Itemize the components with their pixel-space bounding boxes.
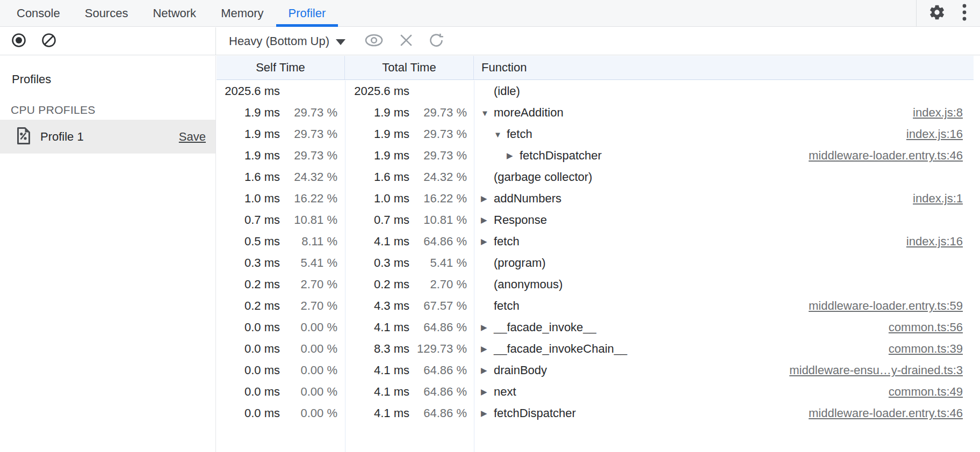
self-time-value: 2025.6 ms [217,84,280,98]
table-row[interactable]: 0.0 ms0.00 %4.1 ms64.86 %▶__facade_invok… [217,317,974,338]
sidebar-item-profile-1[interactable]: Profile 1 Save [0,120,215,154]
self-time-cell: 0.2 ms2.70 % [217,278,345,291]
kebab-menu-icon [962,3,967,23]
total-time-value: 1.9 ms [345,127,409,141]
function-cell: ▼fetchindex.js:16 [474,123,974,145]
total-time-percent: 29.73 % [409,127,474,141]
source-link[interactable]: index.js:16 [906,127,963,141]
disclosure-collapsed-icon[interactable]: ▶ [481,387,494,397]
profiler-toolbar: Heavy (Bottom Up) [0,27,980,55]
self-time-cell: 0.0 ms0.00 % [217,363,345,377]
tab-network[interactable]: Network [140,0,208,26]
clear-profiles-button[interactable] [41,32,57,50]
self-time-percent: 10.81 % [280,213,345,227]
disclosure-collapsed-icon[interactable]: ▶ [481,237,494,246]
total-time-value: 4.3 ms [345,299,409,313]
source-link[interactable]: index.js:8 [913,106,963,120]
disclosure-collapsed-icon[interactable]: ▶ [481,194,494,203]
column-header-total-time[interactable]: Total Time [345,56,474,79]
disclosure-expanded-icon[interactable]: ▼ [481,108,494,118]
settings-button[interactable] [928,4,946,23]
source-link[interactable]: middleware-ensu…y-drained.ts:3 [789,363,963,377]
refresh-icon [428,32,444,50]
table-row[interactable]: 1.6 ms24.32 %1.6 ms24.32 %(garbage colle… [217,166,974,188]
total-time-cell: 4.1 ms64.86 % [345,320,474,334]
disclosure-collapsed-icon[interactable]: ▶ [481,215,494,225]
table-row[interactable]: 1.0 ms16.22 %1.0 ms16.22 %▶addNumbersind… [217,188,974,209]
indent-spacer [481,134,494,135]
total-time-percent: 64.86 % [409,406,474,420]
column-header-self-time[interactable]: Self Time [217,56,345,79]
total-time-cell: 1.0 ms16.22 % [345,192,474,206]
tab-memory[interactable]: Memory [208,0,276,26]
total-time-value: 4.1 ms [345,363,409,377]
record-profile-button[interactable] [11,32,27,50]
total-time-value: 8.3 ms [345,342,409,356]
self-time-percent [280,84,345,98]
total-time-value: 4.1 ms [345,406,409,420]
table-row[interactable]: 1.9 ms29.73 %1.9 ms29.73 %▶fetchDispatch… [217,145,974,166]
table-row[interactable]: 1.9 ms29.73 %1.9 ms29.73 %▼moreAdditioni… [217,102,974,123]
profiles-sidebar: Profiles CPU PROFILES Profile 1 Save [0,56,216,452]
profile-view-select[interactable]: Heavy (Bottom Up) [226,34,349,49]
self-time-cell: 1.9 ms29.73 % [217,149,345,163]
source-link[interactable]: middleware-loader.entry.ts:46 [809,149,963,163]
tab-sources[interactable]: Sources [73,0,141,26]
tab-profiler[interactable]: Profiler [276,0,338,26]
source-link[interactable]: common.ts:39 [889,342,963,356]
self-time-value: 0.0 ms [217,342,280,356]
table-row[interactable]: 0.2 ms2.70 %0.2 ms2.70 %(anonymous) [217,274,974,295]
tab-console[interactable]: Console [4,0,73,26]
self-time-cell: 2025.6 ms [217,84,345,98]
disclosure-collapsed-icon[interactable]: ▶ [481,366,494,375]
source-link[interactable]: index.js:16 [906,235,963,249]
disclosure-collapsed-icon[interactable]: ▶ [481,409,494,418]
self-time-cell: 0.0 ms0.00 % [217,342,345,356]
table-row[interactable]: 0.2 ms2.70 %4.3 ms67.57 %fetchmiddleware… [217,295,974,317]
save-profile-link[interactable]: Save [179,130,206,144]
total-time-cell: 4.1 ms64.86 % [345,235,474,249]
close-icon [399,33,413,49]
function-name: fetchDispatcher [494,406,576,420]
table-row[interactable]: 0.0 ms0.00 %4.1 ms64.86 %▶nextcommon.ts:… [217,381,974,403]
total-time-value: 1.6 ms [345,170,409,184]
column-header-function[interactable]: Function [474,56,974,79]
function-cell: (anonymous) [474,274,974,295]
table-row[interactable]: 0.7 ms10.81 %0.7 ms10.81 %▶Response [217,209,974,231]
source-link[interactable]: common.ts:56 [889,320,963,334]
table-row[interactable]: 0.5 ms8.11 %4.1 ms64.86 %▶fetchindex.js:… [217,231,974,252]
total-time-value: 4.1 ms [345,320,409,334]
table-row[interactable]: 2025.6 ms2025.6 ms(idle) [217,81,974,102]
profile-table-body: 2025.6 ms2025.6 ms(idle)1.9 ms29.73 %1.9… [217,81,974,452]
self-time-percent: 16.22 % [280,192,345,206]
self-time-percent: 29.73 % [280,106,345,120]
source-link[interactable]: middleware-loader.entry.ts:59 [809,299,963,313]
exclude-function-button[interactable] [399,33,413,49]
restore-functions-button[interactable] [428,32,444,50]
table-row[interactable]: 0.0 ms0.00 %8.3 ms129.73 %▶__facade_invo… [217,338,974,360]
self-time-percent: 29.73 % [280,149,345,163]
source-link[interactable]: middleware-loader.entry.ts:46 [809,406,963,420]
source-link[interactable]: index.js:1 [913,192,963,206]
table-row[interactable]: 0.0 ms0.00 %4.1 ms64.86 %▶fetchDispatche… [217,403,974,424]
clear-icon [41,32,57,50]
total-time-value: 0.3 ms [345,256,409,270]
more-options-button[interactable] [962,3,967,23]
disclosure-collapsed-icon[interactable]: ▶ [481,344,494,354]
table-row[interactable]: 0.3 ms5.41 %0.3 ms5.41 %(program) [217,252,974,274]
disclosure-expanded-icon[interactable]: ▼ [494,130,507,139]
function-cell: (idle) [474,81,974,102]
total-time-cell: 1.6 ms24.32 % [345,170,474,184]
focus-function-button[interactable] [364,33,384,49]
disclosure-collapsed-icon[interactable]: ▶ [481,323,494,332]
self-time-cell: 0.3 ms5.41 % [217,256,345,270]
disclosure-collapsed-icon[interactable]: ▶ [507,151,520,161]
total-time-cell: 4.1 ms64.86 % [345,406,474,420]
table-row[interactable]: 1.9 ms29.73 %1.9 ms29.73 %▼fetchindex.js… [217,123,974,145]
source-link[interactable]: common.ts:49 [889,385,963,399]
self-time-value: 0.0 ms [217,385,280,399]
function-name: Response [494,213,547,227]
table-row[interactable]: 0.0 ms0.00 %4.1 ms64.86 %▶drainBodymiddl… [217,360,974,381]
function-cell: ▶addNumbersindex.js:1 [474,188,974,209]
profile-view-label: Heavy (Bottom Up) [229,34,329,48]
